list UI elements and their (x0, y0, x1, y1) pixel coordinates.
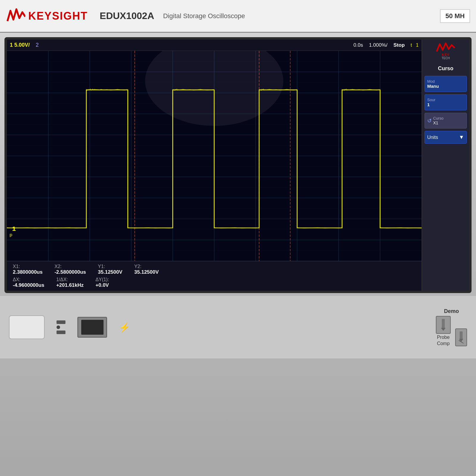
trigger-marker: t 1 (411, 43, 419, 48)
delta-y1-value: +0.0V (95, 282, 109, 288)
dso-description: Digital Storage Oscilloscope (163, 12, 245, 20)
panel-logo: KEY TECH (425, 43, 467, 60)
x2-cursor: X2: -2.5800000us (54, 264, 86, 275)
connector-bottom (57, 331, 65, 334)
mode-value: Manu (427, 84, 464, 89)
x1-label: X1: (13, 264, 43, 269)
cursor-row-2: ΔX: -4.9600000us 1/ΔX: +201.61kHz ΔY(1):… (13, 277, 416, 288)
panel-logo-subtext: TECH (441, 57, 450, 60)
probe-connector[interactable] (436, 316, 451, 334)
delta-x-value: -4.9600000us (13, 282, 44, 288)
y2-value: 35.12500V (134, 269, 159, 275)
oscilloscope-body: KEYSIGHT EDUX1002A Digital Storage Oscil… (0, 0, 476, 476)
svg-rect-35 (442, 319, 445, 329)
svg-marker-38 (459, 339, 463, 342)
run-stop-status: Stop (394, 42, 405, 48)
mode-button[interactable]: Mod Manu (425, 76, 467, 92)
units-button[interactable]: Units ▼ (425, 131, 467, 144)
svg-marker-36 (441, 328, 446, 331)
svg-text:p: p (10, 232, 12, 237)
panel-logo-icon (435, 43, 456, 53)
usb-port[interactable] (77, 317, 107, 338)
y1-cursor: Y1: 35.12500V (98, 264, 122, 275)
ch2-indicator: 2 (36, 42, 39, 48)
source-value: 1 (427, 102, 464, 107)
timebase: 1.000%/ (369, 42, 387, 48)
refresh-icon: ↺ (427, 118, 432, 124)
connector-top (57, 320, 65, 324)
ch1-indicator: 1 5.00V/ (10, 42, 30, 48)
screen-container: 1 5.00V/ 2 0.0s 1.000%/ Stop t 1 (4, 37, 472, 293)
oscilloscope-display: 1 5.00V/ 2 0.0s 1.000%/ Stop t 1 (7, 40, 422, 291)
keysight-logo: KEYSIGHT (6, 8, 88, 24)
x1-cursor: X1: 2.3800000us (13, 264, 43, 275)
y2-label: Y2: (134, 264, 159, 269)
units-label: Units (427, 135, 438, 140)
logo-text: KEYSIGHT (28, 10, 88, 22)
left-button[interactable] (9, 315, 45, 339)
demo-label: Demo (444, 308, 459, 314)
source-button[interactable]: Sour 1 (425, 94, 467, 110)
inv-delta-x-value: +201.61kHz (56, 282, 84, 288)
cursor-x-value: X1 (433, 120, 444, 125)
delta-x-cursor: ΔX: -4.9600000us (13, 277, 44, 288)
bandwidth-badge: 50 MH (440, 9, 470, 23)
chevron-down-icon: ▼ (459, 134, 464, 140)
inv-delta-x-cursor: 1/ΔX: +201.61kHz (56, 277, 84, 288)
bottom-connectors: Probe Comp (436, 316, 467, 346)
second-connector[interactable] (455, 328, 467, 346)
model-text: EDUX1002A (100, 10, 154, 21)
probe-comp-label: Probe (437, 335, 450, 340)
grid-area: 1 p (7, 51, 422, 261)
panel-cursor-title: Curso (425, 64, 467, 73)
probe-comp-area: Probe Comp (436, 316, 451, 346)
cursor-readout-bar: X1: 2.3800000us X2: -2.5800000us Y1: 35.… (7, 261, 422, 291)
mode-label: Mod (427, 79, 464, 84)
bottom-panel: ⚡ Demo Probe Comp (0, 296, 476, 358)
delta-y1-cursor: ΔY(1): +0.0V (95, 277, 109, 288)
time-offset: 0.0s (353, 42, 363, 48)
x2-value: -2.5800000us (54, 269, 86, 275)
header-bar: KEYSIGHT EDUX1002A Digital Storage Oscil… (0, 0, 476, 33)
usb-icon: ⚡ (119, 322, 130, 333)
inv-delta-x-label: 1/ΔX: (56, 277, 84, 282)
y2-cursor: Y2: 35.12500V (134, 264, 159, 275)
svg-text:1: 1 (12, 226, 16, 232)
x2-label: X2: (54, 264, 86, 269)
usb-inner (81, 320, 104, 335)
connector-circle (57, 325, 60, 329)
source-label: Sour (427, 98, 464, 102)
cursor-x-label: Curso (433, 116, 444, 120)
probe-icon (437, 317, 449, 332)
cursor-x-button[interactable]: ↺ Curso X1 (425, 113, 467, 129)
usb-symbol-area: ⚡ (119, 322, 130, 333)
status-bar: 1 5.00V/ 2 0.0s 1.000%/ Stop t 1 (7, 40, 422, 51)
demo-section: Demo Probe Comp (436, 308, 467, 346)
logo-icon (6, 8, 25, 24)
x1-value: 2.3800000us (13, 269, 43, 275)
y1-value: 35.12500V (98, 269, 122, 275)
probe-comp-label2: Comp (437, 341, 450, 346)
speaker-connectors (57, 320, 65, 334)
delta-x-label: ΔX: (13, 277, 44, 282)
second-connector-icon (457, 330, 466, 345)
panel-logo-text: KEY (442, 53, 450, 57)
delta-y1-label: ΔY(1): (95, 277, 109, 282)
y1-label: Y1: (98, 264, 122, 269)
waveform-svg: 1 p (7, 51, 422, 261)
cursor-row-1: X1: 2.3800000us X2: -2.5800000us Y1: 35.… (13, 264, 416, 275)
right-panel: KEY TECH Curso Mod Manu Sour 1 ↺ Curso X… (422, 40, 469, 291)
